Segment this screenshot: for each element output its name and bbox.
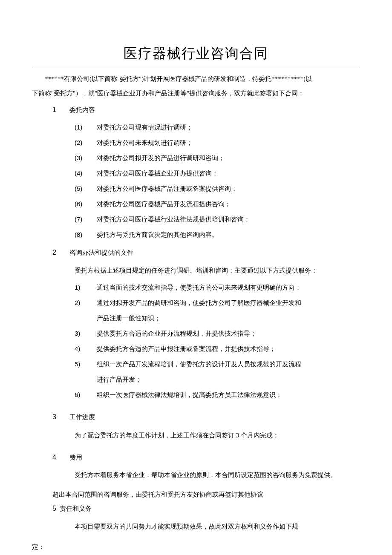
section-3-body: 为了配合委托方的年度工作计划，上述工作须在合同签订 3 个月内完成； bbox=[32, 428, 360, 443]
s1-item-4: (4)对委托方公司医疗器械企业开办提供咨询； bbox=[32, 166, 360, 181]
s1-item-1-num: (1) bbox=[75, 120, 97, 135]
s1-item-2-num: (2) bbox=[75, 135, 97, 150]
s1-item-2-text: 对委托方公司未来规划进行调研； bbox=[97, 135, 193, 150]
s1-item-5-num: (5) bbox=[75, 181, 97, 196]
document-title: 医疗器械行业咨询合同 bbox=[32, 43, 360, 64]
section-4-num: 4 bbox=[52, 450, 68, 465]
section-2-header: 2 咨询办法和提供的文件 bbox=[32, 245, 360, 260]
s2-item-1-text: 通过当面的技术交流和指导，使委托方的公司未来规划有更明确的方向； bbox=[97, 280, 301, 295]
s1-item-8-num: (8) bbox=[75, 227, 97, 242]
s1-item-5-text: 对委托方公司医疗器械产品注册或备案提供咨询； bbox=[97, 181, 237, 196]
section-1-num: 1 bbox=[52, 102, 68, 117]
s2-item-6: 6)组织一次医疗器械法律法规培训，提高委托方员工法律法规意识； bbox=[32, 387, 360, 403]
s2-item-4-num: 4) bbox=[75, 341, 97, 357]
s1-item-7-text: 对委托方公司医疗器械行业法律法规提供培训和咨询； bbox=[97, 212, 250, 227]
s1-item-3-text: 对委托方公司拟开发的产品进行调研和咨询； bbox=[97, 150, 225, 166]
s2-item-5-cont: 进行产品开发； bbox=[32, 372, 360, 387]
title-divider bbox=[32, 68, 360, 68]
s2-item-4-text: 提供委托方合适的产品申报注册或备案流程，并提供技术指导； bbox=[97, 341, 276, 357]
section-4-title: 费用 bbox=[69, 454, 82, 461]
s1-item-4-text: 对委托方公司医疗器械企业开办提供咨询； bbox=[97, 166, 218, 181]
section-3-title: 工作进度 bbox=[69, 414, 95, 420]
section-5-header: 5 责任和义务 bbox=[32, 502, 360, 515]
section-1-title: 委托内容 bbox=[69, 106, 95, 113]
s2-item-6-text: 组织一次医疗器械法律法规培训，提高委托方员工法律法规意识； bbox=[97, 387, 282, 403]
section-5-body: 本项目需要双方的共同努力才能实现预期效果，故此对双方权利和义务作如下规 bbox=[32, 519, 360, 534]
s2-item-6-num: 6) bbox=[75, 387, 97, 403]
section-4: 4 费用 受托方本着服务本省企业，帮助本省企业的原则，本合同所设定范围的咨询服务… bbox=[32, 450, 360, 502]
section-2-num: 2 bbox=[52, 245, 68, 260]
s1-item-7: (7)对委托方公司医疗器械行业法律法规提供培训和咨询； bbox=[32, 212, 360, 227]
s1-item-4-num: (4) bbox=[75, 166, 97, 181]
s2-item-2-text: 通过对拟开发产品的调研和咨询，使委托方公司了解医疗器械企业开发和 bbox=[97, 295, 301, 311]
section-2-lead: 受托方根据上述项目规定的任务进行调研、培训和咨询；主要通过以下方式提供服务： bbox=[32, 263, 360, 278]
section-4-header: 4 费用 bbox=[32, 450, 360, 465]
s1-item-7-num: (7) bbox=[75, 212, 97, 227]
section-4-body1: 受托方本着服务本省企业，帮助本省企业的原则，本合同所设定范围的咨询服务为免费提供… bbox=[32, 467, 360, 483]
section-3-num: 3 bbox=[52, 409, 68, 424]
s2-item-4: 4)提供委托方合适的产品申报注册或备案流程，并提供技术指导； bbox=[32, 341, 360, 357]
section-2: 2 咨询办法和提供的文件 受托方根据上述项目规定的任务进行调研、培训和咨询；主要… bbox=[32, 245, 360, 402]
s1-item-8: (8)委托方与受托方商议决定的其他咨询内容。 bbox=[32, 227, 360, 242]
section-1-header: 1 委托内容 bbox=[32, 102, 360, 117]
s1-item-8-text: 委托方与受托方商议决定的其他咨询内容。 bbox=[97, 227, 218, 242]
s1-item-6-num: (6) bbox=[75, 196, 97, 212]
s2-item-5: 5)组织一次产品开发流程培训，使委托方的设计开发人员按规范的开发流程 bbox=[32, 357, 360, 372]
s2-item-3: 3)提供委托方合适的企业开办流程规划，并提供技术指导； bbox=[32, 326, 360, 341]
section-1: 1 委托内容 (1)对委托方公司现有情况进行调研； (2)对委托方公司未来规划进… bbox=[32, 102, 360, 242]
intro-line-2: 下简称"受托方"），就"医疗器械企业开办和产品注册等"提供咨询服务，双方就此签署… bbox=[32, 87, 360, 100]
s1-item-6: (6)对委托方公司医疗器械产品开发流程提供咨询； bbox=[32, 196, 360, 212]
section-2-title: 咨询办法和提供的文件 bbox=[69, 249, 133, 256]
s2-item-5-num: 5) bbox=[75, 357, 97, 372]
intro-line-1: ******有限公司(以下简称"委托方")计划开展医疗器械产品的研发和制造，特委… bbox=[32, 72, 360, 85]
section-3-header: 3 工作进度 bbox=[32, 409, 360, 424]
section-5-cont: 定： bbox=[32, 539, 360, 555]
s1-item-3-num: (3) bbox=[75, 150, 97, 166]
s1-item-1: (1)对委托方公司现有情况进行调研； bbox=[32, 120, 360, 135]
s2-item-2-cont: 产品注册一般性知识； bbox=[32, 311, 360, 326]
s2-item-1-num: 1) bbox=[75, 280, 97, 295]
s1-item-5: (5)对委托方公司医疗器械产品注册或备案提供咨询； bbox=[32, 181, 360, 196]
s2-item-3-text: 提供委托方合适的企业开办流程规划，并提供技术指导； bbox=[97, 326, 257, 341]
section-4-body2: 超出本合同范围的咨询服务，由委托方和受托方友好协商或再签订其他协议 bbox=[32, 488, 360, 502]
s2-item-1: 1)通过当面的技术交流和指导，使委托方的公司未来规划有更明确的方向； bbox=[32, 280, 360, 295]
section-5-num: 5 bbox=[52, 505, 56, 512]
s1-item-2: (2)对委托方公司未来规划进行调研； bbox=[32, 135, 360, 150]
section-3: 3 工作进度 为了配合委托方的年度工作计划，上述工作须在合同签订 3 个月内完成… bbox=[32, 409, 360, 443]
s2-item-5-text: 组织一次产品开发流程培训，使委托方的设计开发人员按规范的开发流程 bbox=[97, 357, 301, 372]
s1-item-3: (3)对委托方公司拟开发的产品进行调研和咨询； bbox=[32, 150, 360, 166]
s1-item-1-text: 对委托方公司现有情况进行调研； bbox=[97, 120, 193, 135]
s2-item-3-num: 3) bbox=[75, 326, 97, 341]
s2-item-2: 2)通过对拟开发产品的调研和咨询，使委托方公司了解医疗器械企业开发和 bbox=[32, 295, 360, 311]
s1-item-6-text: 对委托方公司医疗器械产品开发流程提供咨询； bbox=[97, 196, 231, 212]
s2-item-2-num: 2) bbox=[75, 295, 97, 311]
section-5-title: 责任和义务 bbox=[60, 505, 92, 512]
